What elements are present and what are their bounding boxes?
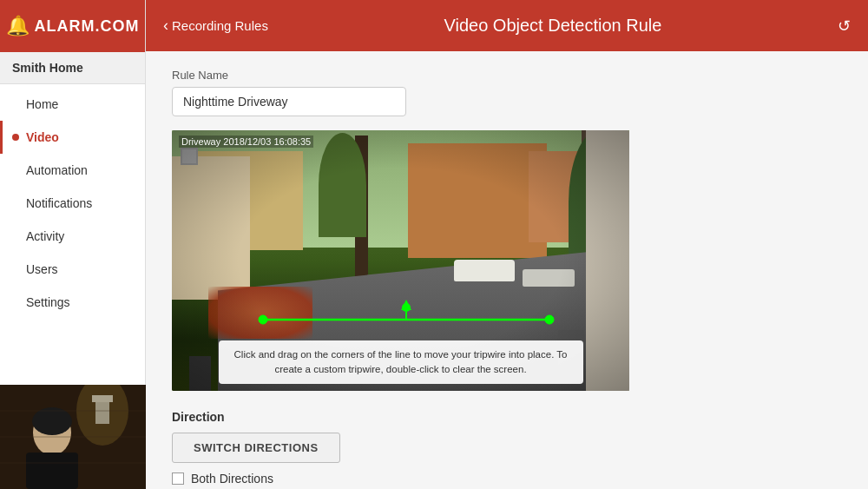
- video-frame[interactable]: Driveway 2018/12/03 16:08:35 Clic: [172, 130, 629, 391]
- both-directions-label: Both Directions: [191, 472, 273, 486]
- page-header: ‹ Recording Rules Video Object Detection…: [146, 0, 868, 51]
- back-chevron-icon: ‹: [163, 17, 168, 35]
- brand-name: ALARM.COM: [35, 17, 140, 36]
- both-directions-checkbox[interactable]: [172, 472, 184, 485]
- refresh-icon[interactable]: ↺: [838, 17, 851, 36]
- sidebar-item-automation[interactable]: Automation: [0, 154, 145, 187]
- sidebar-item-activity[interactable]: Activity: [0, 220, 145, 253]
- rule-name-input[interactable]: [172, 87, 406, 116]
- video-timestamp: Driveway 2018/12/03 16:08:35: [179, 135, 313, 148]
- sidebar-nav: Home Video Automation Notifications Acti…: [0, 84, 145, 385]
- sidebar-item-home[interactable]: Home: [0, 88, 145, 121]
- sidebar-item-home-label: Home: [26, 97, 58, 111]
- both-directions-row: Both Directions: [172, 472, 842, 486]
- sidebar-item-users[interactable]: Users: [0, 253, 145, 286]
- breadcrumb-back[interactable]: ‹ Recording Rules: [163, 17, 268, 35]
- main-content: ‹ Recording Rules Video Object Detection…: [146, 0, 868, 489]
- bell-icon: 🔔: [6, 15, 30, 37]
- sidebar-item-automation-label: Automation: [26, 163, 88, 177]
- logo-bar: 🔔 ALARM.COM: [0, 0, 145, 52]
- sidebar-item-activity-label: Activity: [26, 229, 64, 243]
- breadcrumb-label: Recording Rules: [172, 18, 268, 33]
- page-content: Rule Name: [146, 51, 868, 489]
- direction-label: Direction: [172, 410, 842, 424]
- sidebar-item-users-label: Users: [26, 262, 58, 276]
- rule-name-label: Rule Name: [172, 69, 842, 82]
- page-title: Video Object Detection Rule: [268, 16, 838, 36]
- sidebar-item-notifications[interactable]: Notifications: [0, 187, 145, 220]
- video-container: Driveway 2018/12/03 16:08:35 Clic: [172, 130, 629, 391]
- sidebar-item-video[interactable]: Video: [0, 121, 145, 154]
- sidebar-item-notifications-label: Notifications: [26, 196, 92, 210]
- direction-section: Direction SWITCH DIRECTIONS Both Directi…: [172, 410, 842, 486]
- svg-rect-4: [26, 453, 78, 489]
- sidebar: 🔔 ALARM.COM Smith Home Home Video Automa…: [0, 0, 146, 489]
- sidebar-item-video-label: Video: [26, 130, 59, 144]
- svg-point-3: [32, 407, 72, 435]
- switch-directions-button[interactable]: SWITCH DIRECTIONS: [172, 433, 340, 463]
- sidebar-item-settings-label: Settings: [26, 295, 70, 309]
- video-tooltip: Click and drag on the corners of the lin…: [219, 340, 583, 385]
- sidebar-item-settings[interactable]: Settings: [0, 286, 145, 319]
- home-location[interactable]: Smith Home: [0, 52, 145, 84]
- sidebar-thumbnail: [0, 385, 146, 489]
- active-indicator: [12, 134, 19, 141]
